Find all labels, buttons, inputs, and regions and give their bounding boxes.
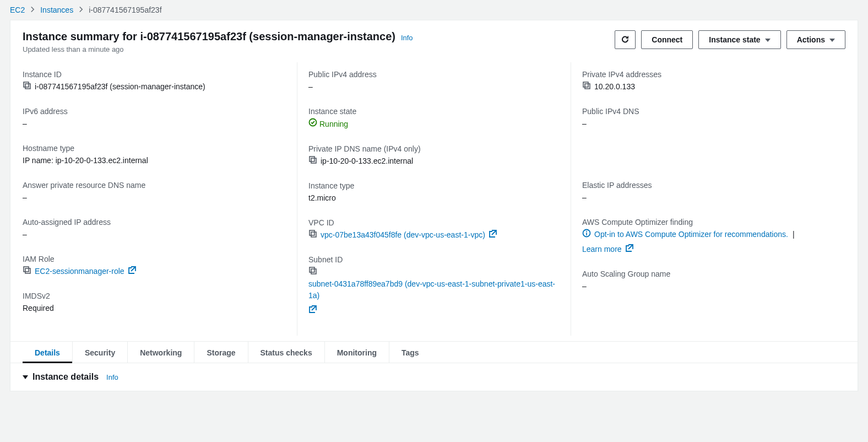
subpanel-title: Instance details (32, 372, 99, 382)
field-value: – (582, 118, 836, 130)
field-vpc-id: VPC ID vpc-07be13a43f045f8fe (dev-vpc-us… (308, 218, 561, 241)
breadcrumb-instances[interactable]: Instances (40, 6, 73, 14)
details-grid: Instance ID i-087741567195af23f (session… (10, 62, 858, 341)
field-auto-assigned-ip: Auto-assigned IP address – (23, 218, 287, 240)
svg-rect-1 (24, 82, 29, 87)
field-value: Running (319, 118, 348, 130)
field-label: Auto-assigned IP address (23, 218, 287, 227)
tab-networking[interactable]: Networking (128, 342, 194, 363)
field-imdsv2: IMDSv2 Required (23, 292, 287, 314)
svg-rect-0 (25, 84, 30, 89)
field-label: IMDSv2 (23, 292, 287, 300)
field-public-dns: Public IPv4 DNS – (582, 107, 836, 130)
field-label: Private IP DNS name (IPv4 only) (308, 144, 561, 153)
external-link-icon[interactable] (308, 305, 317, 314)
tab-status-checks[interactable]: Status checks (248, 342, 325, 363)
copy-icon[interactable] (23, 266, 31, 274)
svg-rect-7 (311, 232, 316, 237)
field-value: – (23, 229, 287, 240)
opt-in-link[interactable]: Opt-in to AWS Compute Optimizer for reco… (594, 229, 788, 240)
svg-rect-3 (24, 267, 29, 272)
field-label: Answer private resource DNS name (23, 181, 287, 190)
actions-button[interactable]: Actions (786, 30, 845, 49)
field-value: – (23, 192, 287, 203)
field-instance-state: Instance state Running (308, 107, 561, 130)
connect-button[interactable]: Connect (641, 30, 693, 49)
collapse-caret-icon[interactable] (23, 375, 28, 379)
field-value: t2.micro (308, 192, 561, 204)
field-label: Hostname type (23, 144, 287, 153)
field-label: Subnet ID (308, 255, 561, 264)
field-label: Private IPv4 addresses (582, 70, 836, 79)
field-public-ipv4: Public IPv4 address – (308, 70, 561, 93)
info-link[interactable]: Info (106, 373, 118, 381)
field-value: – (308, 81, 561, 93)
svg-point-14 (586, 231, 587, 232)
breadcrumb: EC2 Instances i-087741567195af23f (0, 0, 868, 20)
tab-monitoring[interactable]: Monitoring (325, 342, 389, 363)
field-label: Instance state (308, 107, 561, 116)
chevron-right-icon (78, 6, 84, 14)
tab-security[interactable]: Security (73, 342, 128, 363)
field-value: 10.20.0.133 (594, 81, 635, 93)
instance-state-button[interactable]: Instance state (698, 30, 780, 49)
svg-rect-10 (310, 267, 314, 272)
vpc-link[interactable]: vpc-07be13a43f045f8fe (dev-vpc-us-east-1… (321, 229, 485, 241)
field-label: Auto Scaling Group name (582, 269, 836, 278)
tab-details[interactable]: Details (23, 342, 73, 363)
svg-rect-5 (311, 158, 316, 163)
field-label: Elastic IP addresses (582, 181, 836, 190)
field-asg: Auto Scaling Group name – (582, 269, 836, 292)
field-compute-optimizer: AWS Compute Optimizer finding Opt-in to … (582, 218, 836, 255)
copy-icon[interactable] (308, 229, 317, 238)
svg-rect-8 (310, 230, 314, 235)
info-icon (582, 229, 591, 238)
caret-down-icon (765, 39, 771, 42)
refresh-icon (621, 35, 630, 45)
copy-icon[interactable] (582, 81, 591, 90)
external-link-icon[interactable] (489, 229, 497, 238)
field-value: Required (23, 303, 287, 314)
separator: | (793, 229, 795, 240)
subnet-link[interactable]: subnet-0431a78ff89ea7bd9 (dev-vpc-us-eas… (308, 278, 561, 301)
field-answer-dns: Answer private resource DNS name – (23, 181, 287, 203)
field-instance-id: Instance ID i-087741567195af23f (session… (23, 70, 287, 93)
breadcrumb-current: i-087741567195af23f (89, 6, 161, 14)
iam-role-link[interactable]: EC2-sessionmanager-role (35, 266, 124, 277)
tab-tags[interactable]: Tags (389, 342, 431, 363)
field-label: Public IPv4 DNS (582, 107, 836, 116)
external-link-icon[interactable] (625, 244, 634, 252)
chevron-right-icon (29, 6, 36, 14)
svg-rect-9 (311, 269, 316, 274)
copy-icon[interactable] (23, 81, 31, 90)
breadcrumb-ec2[interactable]: EC2 (10, 6, 25, 14)
svg-rect-12 (583, 82, 588, 87)
title-block: Instance summary for i-087741567195af23f… (23, 30, 413, 53)
svg-rect-6 (310, 157, 314, 161)
updated-subtitle: Updated less than a minute ago (23, 45, 413, 53)
field-label: Public IPv4 address (308, 70, 561, 79)
svg-rect-11 (585, 84, 590, 89)
field-subnet-id: Subnet ID subnet-0431a78ff89ea7bd9 (dev-… (308, 255, 561, 314)
external-link-icon[interactable] (128, 266, 137, 274)
field-label: AWS Compute Optimizer finding (582, 218, 836, 227)
field-value: – (582, 192, 836, 203)
refresh-button[interactable] (615, 30, 636, 49)
copy-icon[interactable] (308, 155, 317, 164)
field-label: VPC ID (308, 218, 561, 227)
copy-icon[interactable] (308, 266, 317, 275)
actions-label: Actions (797, 35, 825, 44)
field-hostname-type: Hostname type IP name: ip-10-20-0-133.ec… (23, 144, 287, 166)
field-value: i-087741567195af23f (session-manager-ins… (35, 81, 205, 93)
field-label: Instance type (308, 181, 561, 190)
info-link[interactable]: Info (401, 34, 413, 42)
field-value: ip-10-20-0-133.ec2.internal (321, 155, 413, 167)
field-value: – (23, 118, 287, 130)
field-ipv6: IPv6 address – (23, 107, 287, 130)
field-label: IAM Role (23, 255, 287, 263)
learn-more-link[interactable]: Learn more (582, 244, 622, 255)
details-col-3: Private IPv4 addresses 10.20.0.133 Publi… (571, 62, 845, 336)
tab-storage[interactable]: Storage (194, 342, 248, 363)
details-col-1: Instance ID i-087741567195af23f (session… (23, 62, 297, 336)
field-value: – (582, 281, 836, 292)
